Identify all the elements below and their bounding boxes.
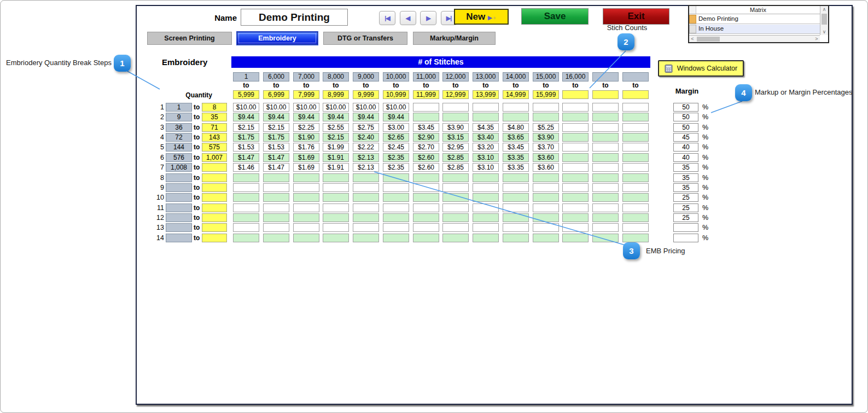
price-cell[interactable] [413, 213, 439, 222]
price-cell[interactable] [562, 143, 589, 152]
quantity-to-field[interactable] [202, 223, 227, 232]
price-cell[interactable]: $10.00 [263, 103, 289, 112]
price-cell[interactable] [622, 133, 649, 142]
price-cell[interactable] [533, 103, 559, 112]
price-cell[interactable]: $1.76 [293, 143, 319, 152]
price-cell[interactable] [503, 203, 529, 212]
price-cell[interactable] [293, 213, 319, 222]
price-cell[interactable]: $1.53 [233, 143, 259, 152]
price-cell[interactable] [323, 183, 349, 192]
price-cell[interactable]: $3.35 [503, 163, 529, 172]
price-cell[interactable] [503, 173, 529, 182]
scroll-right-icon[interactable]: > [813, 36, 820, 42]
price-cell[interactable] [263, 234, 289, 242]
price-cell[interactable]: $1.46 [233, 163, 259, 172]
quantity-from-field[interactable] [166, 193, 192, 202]
price-cell[interactable]: $2.25 [293, 123, 319, 132]
price-cell[interactable] [293, 183, 319, 192]
stitch-from-field[interactable]: 10,000 [383, 72, 409, 82]
margin-field[interactable]: 40 [673, 143, 698, 152]
price-cell[interactable]: $4.80 [503, 123, 529, 132]
price-cell[interactable] [622, 234, 649, 242]
price-cell[interactable] [263, 213, 289, 222]
price-cell[interactable] [592, 103, 619, 112]
price-cell[interactable] [442, 113, 469, 121]
price-cell[interactable]: $2.45 [383, 143, 409, 152]
price-cell[interactable] [442, 234, 469, 242]
price-cell[interactable] [592, 163, 619, 172]
stitch-to-field[interactable]: 10,999 [383, 90, 409, 99]
matrix-name-input[interactable]: Demo Printing [241, 9, 348, 26]
price-cell[interactable]: $9.44 [263, 113, 289, 121]
price-cell[interactable] [473, 173, 499, 182]
price-cell[interactable]: $9.44 [323, 113, 349, 121]
scroll-down-icon[interactable]: ∨ [820, 28, 828, 35]
price-cell[interactable] [413, 234, 439, 242]
price-cell[interactable] [562, 163, 589, 172]
price-cell[interactable] [562, 203, 589, 212]
price-cell[interactable] [353, 183, 379, 192]
price-cell[interactable] [592, 234, 619, 242]
price-cell[interactable] [533, 193, 559, 202]
price-cell[interactable] [562, 173, 589, 182]
price-cell[interactable]: $1.91 [323, 163, 349, 172]
price-cell[interactable] [383, 183, 409, 192]
price-cell[interactable] [293, 223, 319, 232]
quantity-to-field[interactable] [202, 203, 227, 212]
price-cell[interactable] [442, 103, 469, 112]
tab-screen-printing[interactable]: Screen Printing [147, 32, 232, 45]
price-cell[interactable] [503, 223, 529, 232]
nav-first-button[interactable]: |◀ [379, 11, 395, 25]
price-cell[interactable] [592, 133, 619, 142]
quantity-from-field[interactable] [166, 213, 192, 222]
tab-embroidery[interactable]: Embroidery [237, 32, 318, 45]
quantity-to-field[interactable]: 35 [202, 113, 227, 121]
price-cell[interactable] [562, 113, 589, 121]
stitch-from-field[interactable]: 11,000 [413, 72, 439, 82]
price-cell[interactable] [473, 103, 499, 112]
margin-field[interactable]: 40 [673, 153, 698, 162]
price-cell[interactable] [233, 193, 259, 202]
quantity-from-field[interactable] [166, 173, 192, 182]
price-cell[interactable] [383, 203, 409, 212]
price-cell[interactable] [323, 213, 349, 222]
horizontal-scroll-thumb[interactable] [697, 37, 720, 42]
price-cell[interactable]: $1.47 [263, 153, 289, 162]
price-cell[interactable] [413, 223, 439, 232]
price-cell[interactable]: $1.69 [293, 153, 319, 162]
price-cell[interactable] [533, 234, 559, 242]
price-cell[interactable] [353, 213, 379, 222]
price-cell[interactable]: $1.75 [263, 133, 289, 142]
price-cell[interactable] [263, 203, 289, 212]
price-cell[interactable] [442, 183, 469, 192]
stitch-from-field[interactable]: 6,000 [263, 72, 289, 82]
price-cell[interactable]: $10.00 [353, 103, 379, 112]
stitch-from-field[interactable] [622, 72, 649, 82]
price-cell[interactable]: $3.10 [473, 163, 499, 172]
stitch-to-field[interactable] [592, 90, 619, 99]
stitch-to-field[interactable]: 15,999 [533, 90, 559, 99]
price-cell[interactable]: $10.00 [293, 103, 319, 112]
price-cell[interactable] [592, 123, 619, 132]
quantity-from-field[interactable] [166, 183, 192, 192]
new-button[interactable]: New ▶✶ [454, 9, 509, 25]
stitch-to-field[interactable]: 8,999 [323, 90, 349, 99]
price-cell[interactable] [622, 193, 649, 202]
price-cell[interactable] [562, 193, 589, 202]
price-cell[interactable]: $9.44 [353, 113, 379, 121]
row-selector-cell[interactable] [689, 25, 696, 33]
price-cell[interactable]: $1.90 [293, 133, 319, 142]
price-cell[interactable] [233, 213, 259, 222]
stitch-to-field[interactable]: 11,999 [413, 90, 439, 99]
scroll-up-icon[interactable]: ∧ [820, 6, 828, 13]
price-cell[interactable]: $3.90 [533, 133, 559, 142]
price-cell[interactable] [503, 103, 529, 112]
price-cell[interactable] [592, 153, 619, 162]
matrix-list-item[interactable]: Demo Printing [689, 15, 820, 24]
price-cell[interactable]: $2.15 [323, 133, 349, 142]
price-cell[interactable] [622, 153, 649, 162]
price-cell[interactable] [442, 193, 469, 202]
price-cell[interactable] [323, 223, 349, 232]
quantity-from-field[interactable]: 1,008 [166, 163, 192, 172]
stitch-from-field[interactable]: 14,000 [503, 72, 529, 82]
